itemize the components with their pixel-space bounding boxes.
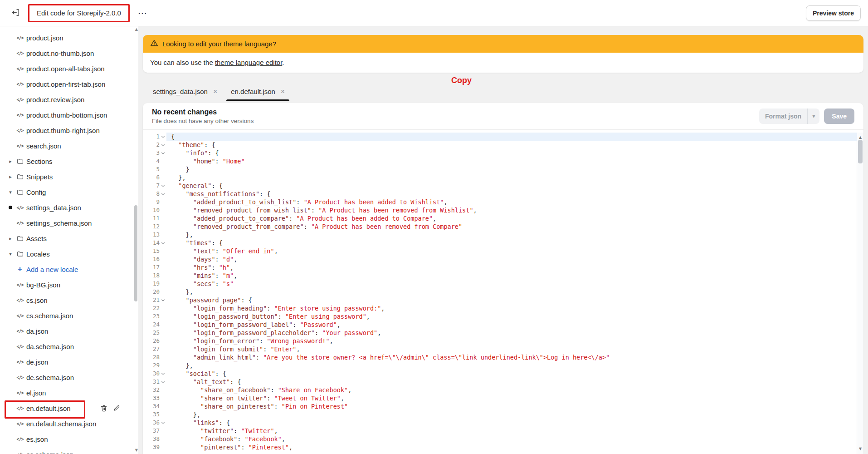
fold-toggle-icon[interactable] [160,136,166,138]
code-line[interactable]: "social": { [166,370,857,378]
save-button[interactable]: Save [824,109,854,124]
fold-toggle-icon[interactable] [160,242,166,244]
sidebar-item-es-schema-json[interactable]: </>es.schema.json [0,447,138,454]
code-line[interactable]: "login_form_password_label": "Password", [166,321,857,329]
sidebar-item-search-json[interactable]: </>search.json [0,138,138,153]
code-line[interactable]: "secs": "s" [166,280,857,288]
sidebar-scrollbar[interactable]: ▲ ▼ [133,26,138,454]
sidebar-item-product-open-all-tabs-json[interactable]: </>product.open-all-tabs.json [0,61,138,76]
sidebar-item-cs-schema-json[interactable]: </>cs.schema.json [0,308,138,323]
code-line[interactable]: }, [166,288,857,296]
code-line[interactable]: "facebook": "Facebook", [166,435,857,443]
fold-toggle-icon[interactable] [160,422,166,424]
code-line[interactable]: }, [166,173,857,182]
sidebar-action-add-a-new-locale[interactable]: +Add a new locale [0,262,138,277]
sidebar-item-da-json[interactable]: </>da.json [0,323,138,339]
code-line[interactable]: "general": { [166,182,857,190]
scroll-down-icon[interactable]: ▼ [857,445,863,453]
delete-file-icon[interactable] [101,405,107,412]
format-json-label[interactable]: Format json [759,109,807,124]
sidebar-item-product-thumb-bottom-json[interactable]: </>product.thumb-bottom.json [0,107,138,123]
sidebar-item-product-open-first-tab-json[interactable]: </>product.open-first-tab.json [0,76,138,92]
code-editor[interactable]: 1234567891011121314151617181920212223242… [143,129,863,454]
format-json-button[interactable]: Format json ▼ [759,109,819,124]
code-line[interactable]: "login_form_heading": "Enter store using… [166,304,857,312]
code-line[interactable]: "times": { [166,239,857,247]
sidebar-folder-locales[interactable]: ▾Locales [0,246,138,262]
code-line[interactable]: "pinterest": "Pinterest", [166,443,857,451]
code-line[interactable]: "days": "d", [166,255,857,263]
sidebar-item-settings-schema-json[interactable]: </>settings_schema.json [0,215,138,231]
code-line[interactable]: { [166,133,857,141]
close-tab-icon[interactable]: × [281,88,285,95]
code-line[interactable]: "removed_product_from_wish_list": "A Pro… [166,206,857,214]
code-line[interactable]: }, [166,231,857,239]
fold-toggle-icon[interactable] [160,152,166,154]
fold-toggle-icon[interactable] [160,299,166,301]
sidebar-folder-config[interactable]: ▾Config [0,184,138,200]
fold-toggle-icon[interactable] [160,381,166,383]
code-line[interactable]: "text": "Offer end in", [166,247,857,255]
sidebar-folder-snippets[interactable]: ▸Snippets [0,169,138,184]
code-line[interactable]: "login_form_password_placeholder": "Your… [166,329,857,337]
code-line[interactable]: "login_form_submit": "Enter", [166,345,857,353]
sidebar-scrollbar-thumb[interactable] [134,205,137,301]
fold-toggle-icon[interactable] [160,144,166,146]
code-line[interactable]: "added_product_to_wish_list": "A Product… [166,198,857,206]
sidebar-item-product-json[interactable]: </>product.json [0,30,138,45]
sidebar-folder-assets[interactable]: ▸Assets [0,231,138,246]
code-line[interactable]: } [166,165,857,173]
code-line[interactable]: "twitter": "Twitter", [166,427,857,435]
code-line[interactable]: "password_page": { [166,296,857,304]
sidebar-item-de-json[interactable]: </>de.json [0,354,138,370]
chevron-down-icon[interactable]: ▼ [808,109,819,124]
code-line[interactable]: "info": { [166,149,857,157]
chevron-right-icon[interactable]: ▸ [6,236,15,242]
code-line[interactable]: "hrs": "h", [166,263,857,271]
fold-toggle-icon[interactable] [160,373,166,375]
tab-settings-data-json[interactable]: settings_data.json× [146,84,224,101]
sidebar-item-product-review-json[interactable]: </>product.review.json [0,92,138,107]
code-line[interactable]: "theme": { [166,141,857,149]
editor-scrollbar[interactable]: ▲ ▼ [857,133,863,454]
exit-editor-button[interactable] [7,5,24,21]
code-line[interactable]: "mess_notifications": { [166,190,857,198]
preview-store-button[interactable]: Preview store [806,5,861,21]
code-line[interactable]: "share_on_facebook": "Share on Facebook"… [166,386,857,394]
rename-file-icon[interactable] [113,405,120,411]
scroll-down-icon[interactable]: ▼ [135,448,138,452]
code-line[interactable]: "login_password_button": "Enter using pa… [166,312,857,321]
editor-scrollbar-thumb[interactable] [858,140,863,163]
chevron-right-icon[interactable]: ▸ [6,174,15,180]
code-line[interactable]: }, [166,361,857,370]
sidebar-item-cs-json[interactable]: </>cs.json [0,292,138,308]
code-line[interactable]: "share_on_twitter": "Tweet on Twitter", [166,394,857,402]
code-line[interactable]: "links": { [166,419,857,427]
code-line[interactable]: }, [166,410,857,419]
close-tab-icon[interactable]: × [213,88,217,95]
code-line[interactable]: "added_product_to_compare": "A Product h… [166,214,857,222]
code-line[interactable]: "removed_product_from_compare": "A Produ… [166,222,857,231]
fold-toggle-icon[interactable] [160,185,166,187]
sidebar-item-da-schema-json[interactable]: </>da.schema.json [0,339,138,354]
code-line[interactable]: "home": "Home" [166,157,857,165]
sidebar-folder-sections[interactable]: ▸Sections [0,153,138,169]
more-options-button[interactable]: ⋯ [133,8,151,19]
code-line[interactable]: "login_form_error": "Wrong password!", [166,337,857,345]
sidebar-item-es-json[interactable]: </>es.json [0,431,138,447]
fold-toggle-icon[interactable] [160,193,166,195]
sidebar-item-product-thumb-right-json[interactable]: </>product.thumb-right.json [0,123,138,138]
tab-en-default-json[interactable]: en.default.json× [224,84,291,101]
code-line[interactable]: "share_on_pinterest": "Pin on Pinterest" [166,402,857,410]
sidebar-item-product-no-thumb-json[interactable]: </>product.no-thumb.json [0,45,138,61]
code-lines[interactable]: { "theme": { "info": { "home": "Home" } … [166,133,857,454]
scroll-up-icon[interactable]: ▲ [135,27,138,31]
sidebar-item-el-json[interactable]: </>el.json [0,385,138,400]
sidebar-item-en-default-json[interactable]: </>en.default.json [0,400,138,416]
sidebar-item-settings-data-json[interactable]: </>settings_data.json [0,200,138,215]
chevron-right-icon[interactable]: ▸ [6,158,15,164]
sidebar-item-de-schema-json[interactable]: </>de.schema.json [0,370,138,385]
chevron-down-icon[interactable]: ▾ [6,251,15,257]
code-line[interactable]: "alt_text": { [166,378,857,386]
sidebar-item-bg-bg-json[interactable]: </>bg-BG.json [0,277,138,292]
